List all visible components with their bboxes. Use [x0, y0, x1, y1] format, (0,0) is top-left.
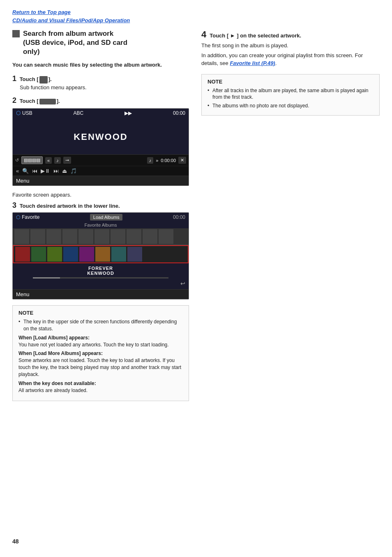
fav-list-link[interactable]: Favorite list (P.49): [230, 60, 275, 66]
artwork-btn[interactable]: ▤▤▤▤: [21, 156, 43, 164]
device-screen-1: ⬡ USB ABC ▶▶ 00:00 KENWOOD ↺ ▤▤▤▤ « ♪ ⊸: [12, 108, 189, 186]
step-1: 1 Touch []. Sub function menu appears.: [12, 74, 189, 91]
step4-desc1: The first song in the album is played.: [201, 42, 380, 50]
sub-note-text-3: All artworks are already loaded.: [18, 387, 183, 394]
note-box-left: NOTE The key in the upper side of the sc…: [12, 305, 189, 401]
album-thumb-10[interactable]: [159, 229, 173, 244]
sel-album-thumb-7[interactable]: [111, 247, 126, 262]
album-thumb-2[interactable]: [30, 229, 45, 244]
step3-label: Touch desired artwork in the lower line.: [20, 203, 120, 209]
album-thumb-9[interactable]: [143, 229, 157, 244]
step4-desc2: In addition, you can create your origina…: [201, 51, 380, 67]
step4-label: Touch [ ► ] on the selected artwork.: [210, 32, 301, 39]
note-bullet-1: The key in the upper side of the screen …: [18, 318, 183, 332]
screen-nav: « 🔍 ⏮ ▶⏸ ⏭ ⏏ 🎵: [13, 166, 189, 176]
forever-text: FOREVER KENWOOD: [87, 266, 114, 276]
intro-text: You can search music files by selecting …: [12, 61, 189, 69]
step-2: 2 Touch []. ⬡ USB ABC ▶▶ 00:00 KENWOOD: [12, 96, 189, 186]
nav-skip-fwd-icon[interactable]: ⏭: [53, 168, 59, 174]
album-thumb-8[interactable]: [127, 229, 141, 244]
step1-label: Touch [].: [20, 76, 52, 82]
sel-album-thumb-1[interactable]: [15, 247, 30, 262]
top-album-row[interactable]: [13, 228, 189, 245]
note-bullet-right-1: After all tracks in the album are played…: [208, 87, 374, 101]
screen-center: KENWOOD: [13, 117, 189, 154]
kenwood-text: KENWOOD: [74, 132, 127, 142]
nav-play-icon[interactable]: ▶⏸: [41, 168, 50, 174]
step2-label: Touch [].: [20, 98, 60, 104]
section-title: Search from album artwork (USB device, i…: [23, 29, 127, 56]
nav-extra-icon[interactable]: 🎵: [70, 168, 77, 174]
track-icon2: ♪: [147, 157, 154, 164]
sub-note-title-1: When [Load Albums] appears:: [18, 335, 183, 341]
prev-btn[interactable]: «: [45, 157, 52, 164]
sel-album-thumb-3[interactable]: [47, 247, 62, 262]
nav-prev-icon[interactable]: «: [16, 168, 19, 174]
close-btn[interactable]: ✕: [178, 157, 186, 164]
note-bullet-right-2: The albums with no photo are not display…: [208, 102, 374, 109]
nav-search-icon[interactable]: 🔍: [22, 168, 29, 174]
return-top-link[interactable]: Return to the Top page: [12, 8, 380, 16]
track-icon: ♪: [54, 157, 61, 164]
ctrl-arrows: »: [156, 158, 158, 163]
screen-top-bar: ⬡ USB ABC ▶▶ 00:00: [13, 109, 189, 117]
sub-note-title-3: When the key does not available:: [18, 381, 183, 386]
fav-albums-label: Favorite Albums: [13, 222, 189, 228]
step-3: 3 Touch desired artwork in the lower lin…: [12, 201, 189, 299]
sel-album-thumb-2[interactable]: [31, 247, 46, 262]
fav-screen-label: Favorite screen appears.: [12, 192, 189, 198]
step4-number: 4: [201, 29, 206, 40]
note-box-right: NOTE After all tracks in the album are p…: [201, 74, 380, 116]
progress-fill: [33, 277, 60, 278]
step-4: 4 Touch [ ► ] on the selected artwork. T…: [201, 29, 380, 67]
note-title-right: NOTE: [208, 79, 374, 85]
screen-controls: ↺ ▤▤▤▤ « ♪ ⊸ ♪ » 0:00:00 ✕: [13, 154, 189, 166]
nav-eject-icon[interactable]: ⏏: [62, 168, 67, 174]
cd-audio-link[interactable]: CD/Audio and Visual Files/iPod/App Opera…: [12, 16, 380, 25]
section-header: Search from album artwork (USB device, i…: [12, 29, 189, 56]
page-number: 48: [12, 538, 19, 545]
screen-track-info: ABC: [74, 110, 84, 116]
album-thumb-7[interactable]: [111, 229, 125, 244]
ctrl-time: 0:00:00: [161, 158, 176, 163]
step1-desc: Sub function menu appears.: [12, 84, 189, 91]
note-title-left: NOTE: [18, 310, 183, 316]
load-albums-btn[interactable]: Load Albums: [90, 214, 123, 220]
sub-note-text-2: Some artworks are not loaded. Touch the …: [18, 357, 183, 378]
sel-album-thumb-5[interactable]: [79, 247, 94, 262]
sel-album-thumb-4[interactable]: [63, 247, 78, 262]
screen-source: ⬡ USB: [16, 110, 32, 116]
section-icon: [12, 30, 20, 37]
top-links: Return to the Top page CD/Audio and Visu…: [12, 8, 380, 24]
sel-album-thumb-6[interactable]: [95, 247, 110, 262]
sub-note-title-2: When [Load More Albums] appears:: [18, 350, 183, 356]
step2-number: 2: [12, 96, 16, 104]
fav-time: 00:00: [173, 214, 185, 220]
sub-note-text-1: You have not yet loaded any artworks. To…: [18, 341, 183, 348]
fav-menu-bar[interactable]: Menu: [13, 289, 189, 299]
album-thumb-3[interactable]: [46, 229, 61, 244]
fav-bottom-area: FOREVER KENWOOD ↩: [13, 263, 189, 289]
album-thumb-6[interactable]: [95, 229, 109, 244]
screen-ff: ▶▶: [125, 110, 132, 116]
back-icon[interactable]: ↩: [180, 280, 185, 287]
screen-time: 00:00: [173, 110, 185, 116]
progress-bar: [33, 277, 168, 278]
step3-number: 3: [12, 201, 16, 209]
fav-screen: ⬡ Favorite Load Albums 00:00 Favorite Al…: [12, 212, 189, 299]
fav-source: ⬡ Favorite: [16, 214, 39, 220]
album-thumb-5[interactable]: [78, 229, 93, 244]
nav-skip-back-icon[interactable]: ⏮: [32, 168, 37, 174]
screen-menu-bar[interactable]: Menu: [13, 176, 189, 186]
sel-album-thumb-8[interactable]: [127, 247, 142, 262]
step1-number: 1: [12, 74, 16, 83]
album-thumb-1[interactable]: [14, 229, 29, 244]
bottom-album-row[interactable]: [13, 245, 189, 263]
album-thumb-4[interactable]: [62, 229, 77, 244]
usb-icon: ⬡: [16, 110, 21, 116]
fav-top-bar: ⬡ Favorite Load Albums 00:00: [13, 213, 189, 222]
eq-btn[interactable]: ⊸: [63, 157, 71, 164]
